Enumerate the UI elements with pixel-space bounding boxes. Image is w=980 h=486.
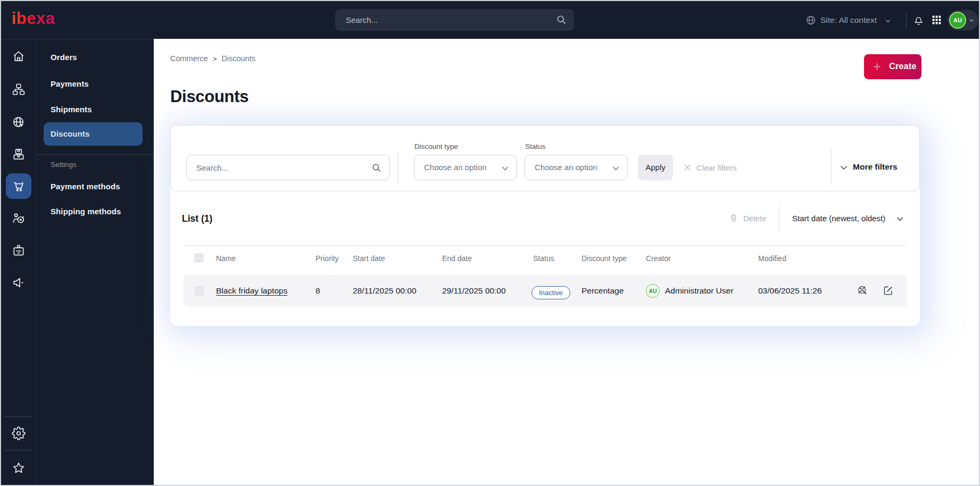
discount-type-value: Choose an option	[424, 163, 487, 172]
user-menu-chevron-icon	[968, 17, 975, 23]
chevron-down-icon	[501, 164, 509, 172]
column-header-status: Status	[533, 254, 554, 263]
search-icon[interactable]	[371, 163, 381, 173]
priority-value: 8	[315, 286, 320, 296]
discount-type-dropdown[interactable]: Discount type Choose an option	[414, 155, 517, 180]
rail-divider	[5, 450, 32, 450]
ibexa-admin-page: ibexa Site: All context AU	[0, 0, 980, 486]
bookmarks-star-icon[interactable]	[12, 461, 26, 475]
filter-search	[186, 155, 390, 180]
settings-section-label: Settings	[51, 161, 77, 169]
end-date-value: 29/11/2025 00:00	[442, 286, 506, 296]
filters-panel: Discount type Choose an option Status Ch…	[170, 125, 920, 191]
chevron-down-icon	[612, 164, 620, 172]
global-search	[335, 9, 574, 31]
start-date-value: 28/11/2025 00:00	[353, 286, 417, 296]
sort-dropdown[interactable]: Start date (newest, oldest)	[792, 214, 885, 223]
creator-name: Administrator User	[665, 286, 733, 296]
table-row: Black friday laptops 8 28/11/2025 00:00 …	[184, 275, 907, 307]
icon-rail	[1, 39, 36, 486]
discount-type-label: Discount type	[414, 143, 458, 150]
global-search-input[interactable]	[335, 9, 574, 31]
more-filters-label[interactable]: More filters	[853, 162, 898, 172]
submenu-item-orders[interactable]: Orders	[37, 46, 154, 69]
plus-icon	[872, 62, 882, 72]
avatar: AU	[949, 12, 966, 29]
topbar: ibexa Site: All context AU	[1, 1, 979, 39]
column-header-priority: Priority	[315, 254, 339, 263]
discount-type-value: Percentage	[582, 286, 624, 296]
site-context-chevron-icon[interactable]	[884, 17, 892, 24]
trash-icon	[729, 213, 738, 223]
select-all-checkbox[interactable]	[194, 253, 204, 263]
corporate-badge-icon[interactable]	[12, 244, 26, 257]
web-globe-icon[interactable]	[12, 115, 26, 129]
column-header-modified: Modified	[758, 254, 786, 263]
commerce-submenu: Orders Payments Shipments Discounts Sett…	[36, 39, 154, 486]
notifications-bell-icon[interactable]	[913, 14, 924, 26]
submenu-item-shipping-methods[interactable]: Shipping methods	[37, 200, 154, 223]
edit-icon[interactable]	[883, 285, 894, 296]
table-header: Name Priority Start date End date Status…	[184, 251, 907, 267]
breadcrumb-separator: >	[213, 55, 217, 63]
create-button[interactable]: Create	[864, 54, 921, 79]
more-filters-chevron-icon[interactable]	[840, 163, 848, 172]
list-title: List (1)	[182, 213, 212, 224]
delete-button[interactable]: Delete	[743, 214, 766, 223]
row-checkbox[interactable]	[194, 286, 204, 296]
submenu-divider	[37, 154, 154, 155]
site-structure-icon[interactable]	[12, 82, 26, 96]
breadcrumb-commerce[interactable]: Commerce	[170, 54, 208, 63]
settings-gear-icon[interactable]	[12, 426, 26, 440]
column-header-end-date: End date	[442, 254, 472, 263]
globe-icon	[805, 15, 816, 26]
submenu-item-discounts[interactable]: Discounts	[44, 122, 143, 146]
column-header-name: Name	[216, 254, 236, 263]
modified-value: 03/06/2025 11:26	[758, 286, 822, 296]
apply-button[interactable]: Apply	[638, 155, 673, 180]
column-header-start-date: Start date	[353, 254, 385, 263]
sort-chevron-icon[interactable]	[896, 215, 904, 223]
page-title: Discounts	[170, 87, 248, 106]
filter-divider	[398, 152, 398, 183]
column-header-creator: Creator	[646, 254, 671, 263]
list-divider	[779, 206, 779, 232]
search-icon[interactable]	[556, 14, 567, 25]
creator-avatar: AU	[646, 284, 660, 298]
discount-name-link[interactable]: Black friday laptops	[216, 286, 287, 296]
submenu-item-payments[interactable]: Payments	[37, 72, 154, 96]
filter-divider	[831, 148, 832, 186]
table-header-rule	[184, 245, 907, 246]
breadcrumb-discounts[interactable]: Discounts	[222, 54, 256, 63]
deactivate-discount-icon[interactable]	[857, 285, 868, 296]
app-switcher-grid-icon[interactable]	[932, 15, 942, 25]
user-menu[interactable]: AU	[948, 10, 978, 30]
clear-filters-x-icon[interactable]	[683, 163, 692, 172]
customers-target-icon[interactable]	[12, 212, 26, 225]
ibexa-logo[interactable]: ibexa	[12, 9, 55, 28]
commerce-cart-icon[interactable]	[12, 179, 26, 193]
filter-search-input[interactable]	[187, 155, 389, 180]
column-header-discount-type: Discount type	[582, 254, 627, 263]
status-label: Status	[525, 143, 545, 150]
submenu-item-payment-methods[interactable]: Payment methods	[37, 175, 154, 198]
status-badge: Inactive	[531, 286, 570, 299]
products-boxes-icon[interactable]	[12, 147, 26, 161]
create-button-label: Create	[889, 61, 916, 71]
marketing-megaphone-icon[interactable]	[12, 275, 26, 289]
clear-filters-label[interactable]: Clear filters	[696, 163, 737, 172]
submenu-item-shipments[interactable]: Shipments	[37, 98, 154, 121]
rail-divider	[5, 416, 32, 417]
status-value: Choose an option	[535, 163, 597, 172]
site-context-label[interactable]: Site: All context	[820, 15, 877, 25]
status-dropdown[interactable]: Status Choose an option	[525, 155, 628, 180]
breadcrumb: Commerce>Discounts	[170, 54, 255, 63]
topbar-divider	[906, 12, 907, 29]
home-icon[interactable]	[12, 49, 26, 63]
